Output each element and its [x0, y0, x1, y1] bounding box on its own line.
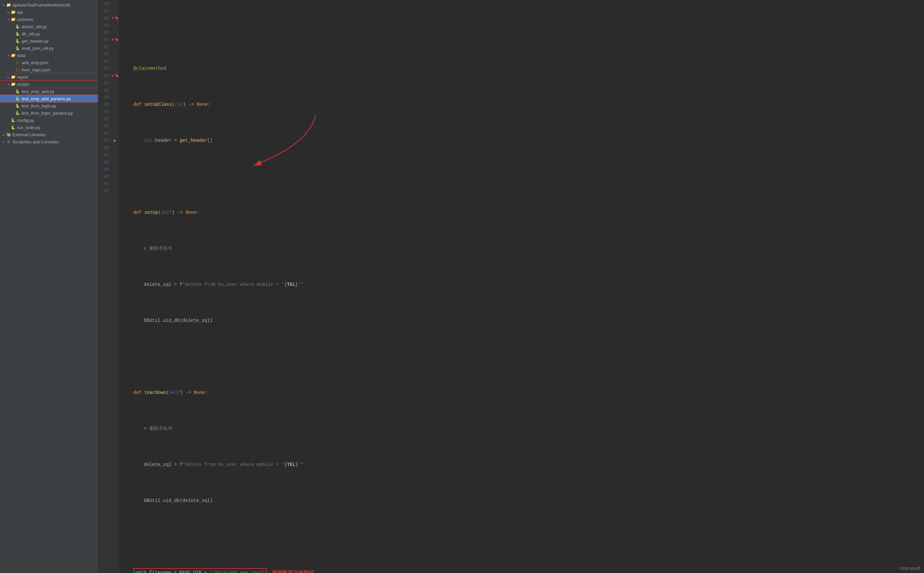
sidebar-item-test-emp-add[interactable]: 🐍 test_emp_add.py	[0, 88, 98, 95]
ln-32: 32	[98, 115, 111, 122]
fstr-28: f	[180, 461, 182, 468]
code-line-22: # 删除手机号	[123, 245, 918, 252]
sidebar-item-api[interactable]: 📁 api	[0, 8, 98, 16]
gutter-26: ● 🔖	[111, 72, 119, 79]
highlight-box-31: path_filename = BASE_DIR + "/data/add_em…	[133, 568, 267, 573]
external-libs-arrow	[1, 132, 6, 137]
code-line-26: def tearDown ( self ) -> None :	[123, 389, 918, 396]
def-keyword-26: def	[133, 389, 144, 396]
code-line-18: def setUpClass ( cls ) -> None :	[123, 101, 918, 108]
sidebar-item-report[interactable]: 📁 report	[0, 74, 98, 81]
data-folder-icon: 📁	[11, 53, 16, 58]
gutter-24	[111, 58, 119, 65]
ln-28: 28	[98, 86, 111, 94]
sidebar-item-scripts[interactable]: 📁 scripts	[0, 81, 98, 88]
sidebar-item-test-ihrm-login-params[interactable]: 🐍 test_ihrm_login_params.py	[0, 110, 98, 117]
gutter-17	[111, 7, 119, 14]
root-label: apiAutoTestFrameWorkIhrm26	[13, 3, 70, 8]
code-line-24: DBUtil.uid_db(delete_sql)	[123, 317, 918, 324]
sidebar: 📁 apiAutoTestFrameWorkIhrm26 📁 api 📁 com…	[0, 0, 98, 573]
sidebar-item-read-json-util[interactable]: 🐍 read_json_util.py	[0, 45, 98, 52]
gutter-27	[111, 79, 119, 86]
brace-open-28: {	[284, 461, 287, 468]
get-header-py-icon: 🐍	[15, 38, 20, 44]
code-line-17: @classmethod	[123, 65, 918, 72]
var-delete-sql-28: delete_sql =	[144, 461, 180, 468]
str-28b: '"	[298, 461, 304, 468]
brace-open-23: {	[284, 281, 287, 288]
sidebar-root[interactable]: 📁 apiAutoTestFrameWorkIhrm26	[0, 1, 98, 8]
sidebar-item-data[interactable]: 📁 data	[0, 52, 98, 59]
sidebar-item-test-ihrm-login-params-label: test_ihrm_login_params.py	[22, 111, 73, 116]
scratches-icon: 🖥	[6, 139, 11, 144]
gutter-19	[111, 22, 119, 29]
breakpoint-18: ●	[111, 16, 114, 20]
scripts-folder-icon: 📁	[11, 81, 16, 87]
sidebar-item-assert-util-label: assert_util.py	[22, 24, 47, 29]
path-filename-var: path_filename = BASE_DIR +	[135, 569, 210, 573]
gutter-col: ● 🔖 ● 🔖 ● 🔖	[111, 0, 119, 573]
sidebar-item-scratches[interactable]: 🖥 Scratches and Consoles	[0, 138, 98, 146]
sidebar-item-get-header-label: get_header.py	[22, 39, 49, 44]
gutter-16	[111, 0, 119, 7]
data-arrow	[6, 53, 11, 58]
path-str-31: "/data/add_emp.json"	[210, 569, 265, 573]
dbutil-24: DBUtil.uid_db(delete_sql)	[144, 317, 213, 324]
dot-19: .header =	[152, 137, 180, 144]
watermark: CSDN @仙男	[899, 566, 921, 571]
none-26: None	[194, 389, 205, 396]
sidebar-item-config[interactable]: 🐍 config.py	[0, 117, 98, 124]
sidebar-item-db-util[interactable]: 🐍 db_util.py	[0, 30, 98, 37]
code-line-27: # 删除手机号	[123, 425, 918, 432]
sidebar-item-get-header[interactable]: 🐍 get_header.py	[0, 37, 98, 45]
sidebar-item-test-ihrm-login[interactable]: 🐍 test_ihrm_login.py	[0, 102, 98, 110]
sidebar-item-common[interactable]: 📁 common	[0, 16, 98, 23]
paren-open-26: (	[166, 389, 169, 396]
ln-18: 18	[98, 14, 111, 22]
code-line-29: DBUtil.uid_db(delete_sql)	[123, 497, 918, 504]
test-ihrm-login-params-py-icon: 🐍	[15, 110, 20, 116]
sidebar-item-report-label: report	[17, 75, 28, 80]
scratches-arrow	[1, 139, 6, 144]
gutter-32	[111, 115, 119, 122]
code-line-19: cls .header = get_header ()	[123, 137, 918, 144]
arrow-21: ->	[175, 209, 186, 216]
read-json-util-py-icon: 🐍	[15, 45, 20, 51]
play-arrow-35[interactable]: ▶	[114, 138, 116, 143]
sidebar-item-assert-util[interactable]: 🐍 assert_util.py	[0, 23, 98, 30]
code-line-20	[123, 173, 918, 180]
ln-30: 30	[98, 101, 111, 108]
colon-18: :	[208, 101, 210, 108]
fstr-23: f	[180, 281, 182, 288]
gutter-34	[111, 130, 119, 137]
sidebar-item-external-libs-label: External Libraries	[13, 132, 45, 137]
api-folder-icon: 📁	[11, 9, 16, 15]
sidebar-item-run-suite[interactable]: 🐍 run_suite.py	[0, 124, 98, 131]
ln-39: 39	[98, 166, 111, 173]
api-arrow	[6, 10, 11, 14]
tel-23: TEL	[287, 281, 295, 288]
code-line-16	[123, 29, 918, 36]
sidebar-item-scripts-label: scripts	[17, 82, 30, 87]
report-folder-icon: 📁	[11, 74, 16, 80]
gutter-31	[111, 108, 119, 115]
cls-param: cls	[175, 101, 183, 108]
bookmark-26: 🔖	[115, 74, 119, 78]
paren-close-21: )	[172, 209, 175, 216]
sidebar-item-run-suite-label: run_suite.py	[17, 125, 40, 130]
sidebar-item-external-libs[interactable]: 📚 External Libraries	[0, 131, 98, 138]
sidebar-item-scratches-label: Scratches and Consoles	[13, 139, 59, 144]
teardown-fn: tearDown	[144, 389, 166, 396]
sidebar-item-test-emp-add-params[interactable]: 🐍 test_emp_add_params.py	[0, 95, 98, 102]
code-line-31: path_filename = BASE_DIR + "/data/add_em…	[123, 569, 918, 573]
add-emp-json-icon: { }	[15, 60, 20, 65]
paren-open-18: (	[172, 101, 175, 108]
get-header-call: get_header	[180, 137, 207, 144]
bookmark-18: 🔖	[115, 16, 119, 20]
sidebar-item-test-emp-add-params-label: test_emp_add_params.py	[22, 96, 71, 101]
gutter-30	[111, 101, 119, 108]
sidebar-item-ihrm-login-json[interactable]: { } ihrm_login.json	[0, 66, 98, 74]
str-28: "delete from bs_user where mobile = '	[182, 461, 284, 468]
run-suite-py-icon: 🐍	[11, 125, 16, 130]
sidebar-item-add-emp-json[interactable]: { } add_emp.json	[0, 59, 98, 66]
